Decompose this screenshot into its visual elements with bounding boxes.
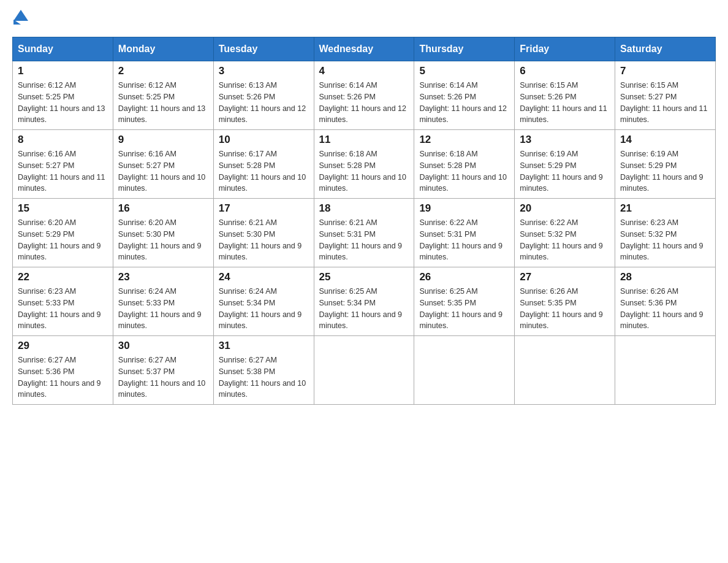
calendar-cell: 21 Sunrise: 6:23 AM Sunset: 5:32 PM Dayl… xyxy=(615,199,716,267)
calendar-cell: 19 Sunrise: 6:22 AM Sunset: 5:31 PM Dayl… xyxy=(414,199,515,267)
calendar-header-friday: Friday xyxy=(515,37,615,61)
calendar-cell: 5 Sunrise: 6:14 AM Sunset: 5:26 PM Dayli… xyxy=(414,61,515,130)
calendar-week-row: 15 Sunrise: 6:20 AM Sunset: 5:29 PM Dayl… xyxy=(13,199,716,267)
day-number: 13 xyxy=(520,134,610,146)
calendar-cell: 26 Sunrise: 6:25 AM Sunset: 5:35 PM Dayl… xyxy=(414,267,515,336)
calendar-cell: 29 Sunrise: 6:27 AM Sunset: 5:36 PM Dayl… xyxy=(13,336,113,405)
page-header xyxy=(12,12,716,25)
day-info: Sunrise: 6:27 AM Sunset: 5:38 PM Dayligh… xyxy=(219,354,309,400)
calendar-cell: 10 Sunrise: 6:17 AM Sunset: 5:28 PM Dayl… xyxy=(213,130,314,199)
calendar-cell: 9 Sunrise: 6:16 AM Sunset: 5:27 PM Dayli… xyxy=(113,130,213,199)
calendar-week-row: 8 Sunrise: 6:16 AM Sunset: 5:27 PM Dayli… xyxy=(13,130,716,199)
calendar-table: SundayMondayTuesdayWednesdayThursdayFrid… xyxy=(12,37,716,405)
day-number: 3 xyxy=(219,65,309,77)
calendar-cell: 24 Sunrise: 6:24 AM Sunset: 5:34 PM Dayl… xyxy=(213,267,314,336)
day-number: 10 xyxy=(219,134,309,146)
calendar-cell: 2 Sunrise: 6:12 AM Sunset: 5:25 PM Dayli… xyxy=(113,61,213,130)
day-info: Sunrise: 6:26 AM Sunset: 5:36 PM Dayligh… xyxy=(620,286,710,332)
day-number: 25 xyxy=(319,271,409,283)
calendar-cell: 16 Sunrise: 6:20 AM Sunset: 5:30 PM Dayl… xyxy=(113,199,213,267)
logo xyxy=(12,12,28,25)
calendar-cell: 30 Sunrise: 6:27 AM Sunset: 5:37 PM Dayl… xyxy=(113,336,213,405)
calendar-cell: 25 Sunrise: 6:25 AM Sunset: 5:34 PM Dayl… xyxy=(314,267,414,336)
day-number: 19 xyxy=(419,202,509,215)
day-number: 2 xyxy=(118,65,208,77)
calendar-cell: 12 Sunrise: 6:18 AM Sunset: 5:28 PM Dayl… xyxy=(414,130,515,199)
day-info: Sunrise: 6:18 AM Sunset: 5:28 PM Dayligh… xyxy=(319,148,409,194)
day-number: 4 xyxy=(319,65,409,77)
calendar-header-thursday: Thursday xyxy=(414,37,515,61)
day-info: Sunrise: 6:27 AM Sunset: 5:36 PM Dayligh… xyxy=(18,354,108,400)
day-info: Sunrise: 6:23 AM Sunset: 5:33 PM Dayligh… xyxy=(18,286,108,332)
day-info: Sunrise: 6:16 AM Sunset: 5:27 PM Dayligh… xyxy=(118,148,208,194)
calendar-cell: 7 Sunrise: 6:15 AM Sunset: 5:27 PM Dayli… xyxy=(615,61,716,130)
day-info: Sunrise: 6:12 AM Sunset: 5:25 PM Dayligh… xyxy=(118,80,208,126)
day-info: Sunrise: 6:16 AM Sunset: 5:27 PM Dayligh… xyxy=(18,148,108,194)
day-number: 15 xyxy=(18,202,108,215)
calendar-cell: 1 Sunrise: 6:12 AM Sunset: 5:25 PM Dayli… xyxy=(13,61,113,130)
day-info: Sunrise: 6:22 AM Sunset: 5:31 PM Dayligh… xyxy=(419,217,509,263)
day-info: Sunrise: 6:17 AM Sunset: 5:28 PM Dayligh… xyxy=(219,148,309,194)
calendar-cell: 22 Sunrise: 6:23 AM Sunset: 5:33 PM Dayl… xyxy=(13,267,113,336)
calendar-header-wednesday: Wednesday xyxy=(314,37,414,61)
calendar-week-row: 29 Sunrise: 6:27 AM Sunset: 5:36 PM Dayl… xyxy=(13,336,716,405)
day-number: 5 xyxy=(419,65,509,77)
calendar-cell xyxy=(615,336,716,405)
day-number: 14 xyxy=(620,134,710,146)
calendar-cell: 6 Sunrise: 6:15 AM Sunset: 5:26 PM Dayli… xyxy=(515,61,615,130)
day-number: 31 xyxy=(219,340,309,352)
calendar-cell: 13 Sunrise: 6:19 AM Sunset: 5:29 PM Dayl… xyxy=(515,130,615,199)
calendar-cell xyxy=(515,336,615,405)
day-info: Sunrise: 6:20 AM Sunset: 5:29 PM Dayligh… xyxy=(18,217,108,263)
day-info: Sunrise: 6:15 AM Sunset: 5:27 PM Dayligh… xyxy=(620,80,710,126)
calendar-cell: 14 Sunrise: 6:19 AM Sunset: 5:29 PM Dayl… xyxy=(615,130,716,199)
day-info: Sunrise: 6:21 AM Sunset: 5:30 PM Dayligh… xyxy=(219,217,309,263)
day-number: 12 xyxy=(419,134,509,146)
calendar-header-saturday: Saturday xyxy=(615,37,716,61)
day-number: 29 xyxy=(18,340,108,352)
calendar-cell: 20 Sunrise: 6:22 AM Sunset: 5:32 PM Dayl… xyxy=(515,199,615,267)
calendar-cell: 31 Sunrise: 6:27 AM Sunset: 5:38 PM Dayl… xyxy=(213,336,314,405)
day-info: Sunrise: 6:27 AM Sunset: 5:37 PM Dayligh… xyxy=(118,354,208,400)
day-number: 11 xyxy=(319,134,409,146)
calendar-cell: 23 Sunrise: 6:24 AM Sunset: 5:33 PM Dayl… xyxy=(113,267,213,336)
day-number: 18 xyxy=(319,202,409,215)
calendar-cell xyxy=(414,336,515,405)
calendar-cell: 3 Sunrise: 6:13 AM Sunset: 5:26 PM Dayli… xyxy=(213,61,314,130)
day-info: Sunrise: 6:19 AM Sunset: 5:29 PM Dayligh… xyxy=(520,148,610,194)
day-number: 20 xyxy=(520,202,610,215)
day-number: 23 xyxy=(118,271,208,283)
day-info: Sunrise: 6:14 AM Sunset: 5:26 PM Dayligh… xyxy=(319,80,409,126)
day-number: 22 xyxy=(18,271,108,283)
calendar-cell: 28 Sunrise: 6:26 AM Sunset: 5:36 PM Dayl… xyxy=(615,267,716,336)
calendar-week-row: 1 Sunrise: 6:12 AM Sunset: 5:25 PM Dayli… xyxy=(13,61,716,130)
calendar-cell xyxy=(314,336,414,405)
day-number: 30 xyxy=(118,340,208,352)
day-number: 28 xyxy=(620,271,710,283)
calendar-header-tuesday: Tuesday xyxy=(213,37,314,61)
day-info: Sunrise: 6:14 AM Sunset: 5:26 PM Dayligh… xyxy=(419,80,509,126)
day-number: 7 xyxy=(620,65,710,77)
calendar-week-row: 22 Sunrise: 6:23 AM Sunset: 5:33 PM Dayl… xyxy=(13,267,716,336)
calendar-cell: 17 Sunrise: 6:21 AM Sunset: 5:30 PM Dayl… xyxy=(213,199,314,267)
day-number: 6 xyxy=(520,65,610,77)
calendar-cell: 27 Sunrise: 6:26 AM Sunset: 5:35 PM Dayl… xyxy=(515,267,615,336)
day-info: Sunrise: 6:22 AM Sunset: 5:32 PM Dayligh… xyxy=(520,217,610,263)
day-number: 17 xyxy=(219,202,309,215)
calendar-cell: 18 Sunrise: 6:21 AM Sunset: 5:31 PM Dayl… xyxy=(314,199,414,267)
day-info: Sunrise: 6:20 AM Sunset: 5:30 PM Dayligh… xyxy=(118,217,208,263)
day-info: Sunrise: 6:21 AM Sunset: 5:31 PM Dayligh… xyxy=(319,217,409,263)
day-number: 24 xyxy=(219,271,309,283)
calendar-header-monday: Monday xyxy=(113,37,213,61)
day-number: 26 xyxy=(419,271,509,283)
day-info: Sunrise: 6:18 AM Sunset: 5:28 PM Dayligh… xyxy=(419,148,509,194)
calendar-cell: 8 Sunrise: 6:16 AM Sunset: 5:27 PM Dayli… xyxy=(13,130,113,199)
calendar-cell: 11 Sunrise: 6:18 AM Sunset: 5:28 PM Dayl… xyxy=(314,130,414,199)
day-info: Sunrise: 6:24 AM Sunset: 5:33 PM Dayligh… xyxy=(118,286,208,332)
day-info: Sunrise: 6:24 AM Sunset: 5:34 PM Dayligh… xyxy=(219,286,309,332)
day-info: Sunrise: 6:25 AM Sunset: 5:35 PM Dayligh… xyxy=(419,286,509,332)
calendar-header-sunday: Sunday xyxy=(13,37,113,61)
day-number: 27 xyxy=(520,271,610,283)
calendar-cell: 15 Sunrise: 6:20 AM Sunset: 5:29 PM Dayl… xyxy=(13,199,113,267)
day-number: 21 xyxy=(620,202,710,215)
